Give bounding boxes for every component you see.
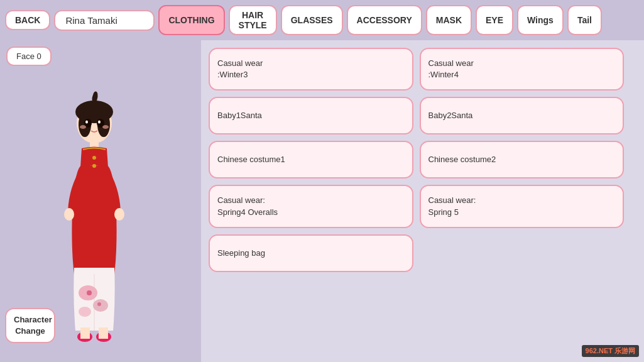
main-area: Face 0 [0, 40, 644, 362]
clothing-item-sleeping_bag[interactable]: Sleeping bag [209, 234, 413, 272]
character-change-button[interactable]: Character Change [5, 308, 55, 343]
tab-glasses[interactable]: GLASSES [281, 5, 343, 35]
svg-point-24 [92, 164, 96, 168]
svg-point-7 [98, 121, 101, 124]
svg-point-23 [92, 156, 96, 160]
tab-wings[interactable]: Wings [517, 5, 564, 35]
svg-point-16 [64, 208, 74, 221]
face-button[interactable]: Face 0 [6, 47, 52, 66]
top-bar: BACK Rina Tamaki CLOTHINGHAIR STYLEGLASS… [0, 0, 644, 40]
svg-point-8 [80, 125, 86, 129]
watermark-brand: 962 [586, 347, 597, 354]
svg-point-13 [79, 307, 91, 317]
clothing-item-cw_winter4[interactable]: Casual wear :Winter4 [420, 48, 625, 90]
right-panel: Casual wear :Winter3Casual wear :Winter4… [201, 40, 644, 362]
svg-rect-20 [80, 327, 90, 339]
character-figure [50, 85, 138, 349]
svg-point-9 [102, 125, 109, 129]
tab-clothing[interactable]: CLOTHING [158, 5, 224, 35]
clothing-item-baby2santa[interactable]: Baby2Santa [420, 97, 625, 134]
tab-bar: CLOTHINGHAIR STYLEGLASSESACCESSORYMASKEY… [158, 5, 602, 35]
svg-point-15 [97, 302, 101, 306]
clothing-item-chinese1[interactable]: Chinese costume1 [209, 141, 413, 178]
tab-accessory[interactable]: ACCESSORY [347, 5, 422, 35]
clothing-item-baby1santa[interactable]: Baby1Santa [209, 97, 413, 134]
clothing-item-cw_winter3[interactable]: Casual wear :Winter3 [209, 48, 413, 90]
character-name: Rina Tamaki [54, 10, 155, 31]
svg-point-6 [85, 121, 88, 124]
clothing-item-cw_spring4[interactable]: Casual wear: Spring4 Overalls [209, 185, 413, 228]
back-button[interactable]: BACK [5, 10, 50, 30]
character-svg [50, 85, 138, 349]
tab-mask[interactable]: MASK [426, 5, 472, 35]
clothing-grid: Casual wear :Winter3Casual wear :Winter4… [209, 48, 636, 272]
svg-rect-21 [99, 327, 108, 339]
tab-hairstyle[interactable]: HAIR STYLE [229, 5, 277, 35]
watermark: 962.NET 乐游网 [582, 345, 639, 357]
clothing-item-cw_spring5[interactable]: Casual wear: Spring 5 [420, 185, 625, 228]
tab-eye[interactable]: EYE [476, 5, 513, 35]
left-panel: Face 0 [0, 40, 201, 362]
svg-point-14 [87, 290, 92, 295]
svg-point-17 [114, 208, 124, 221]
tab-tail[interactable]: Tail [567, 5, 602, 35]
clothing-item-chinese2[interactable]: Chinese costume2 [420, 141, 625, 178]
